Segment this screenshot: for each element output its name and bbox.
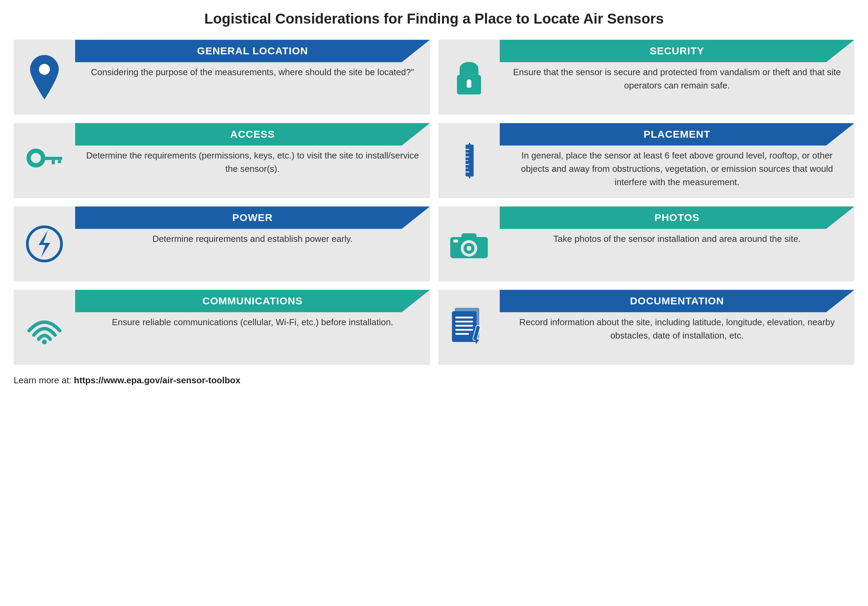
communications-body: Ensure reliable communications (cellular… [75,316,430,329]
photos-body: Take photos of the sensor installation a… [500,232,855,246]
document-icon [448,305,490,349]
svg-rect-32 [455,321,473,322]
security-title: SECURITY [650,45,704,57]
svg-rect-12 [465,157,470,158]
communications-header: COMMUNICATIONS [75,290,430,312]
wifi-icon [26,308,63,346]
documentation-content: DOCUMENTATION Record information about t… [500,290,855,365]
access-title: ACCESS [230,129,275,140]
svg-rect-11 [465,153,468,154]
documentation-body: Record information about the site, inclu… [500,316,855,342]
card-placement: PLACEMENT In general, place the sensor a… [438,123,855,198]
power-icon-area [14,206,75,282]
svg-point-26 [467,246,471,251]
power-content: POWER Determine requirements and establi… [75,206,430,282]
card-documentation: DOCUMENTATION Record information about t… [438,290,855,365]
svg-point-5 [31,153,41,163]
card-access: ACCESS Determine the requirements (permi… [14,123,430,198]
cards-grid: GENERAL LOCATION Considering the purpose… [14,40,854,365]
access-icon-area [14,123,75,198]
lock-icon [450,59,488,96]
svg-rect-15 [465,168,468,169]
access-body: Determine the requirements (permissions,… [75,149,430,175]
communications-content: COMMUNICATIONS Ensure reliable communica… [75,290,430,365]
access-header: ACCESS [75,123,430,146]
general-location-body: Considering the purpose of the measureme… [75,65,430,79]
key-icon [24,138,65,183]
card-power: POWER Determine requirements and establi… [14,206,430,282]
footer-prefix: Learn more at: [14,375,74,385]
power-icon [26,225,63,263]
placement-body: In general, place the sensor at least 6 … [500,149,855,189]
access-content: ACCESS Determine the requirements (permi… [75,123,430,198]
placement-title: PLACEMENT [643,129,710,140]
svg-marker-21 [39,230,50,257]
documentation-header: DOCUMENTATION [500,290,855,312]
svg-rect-13 [465,161,468,161]
photos-title: PHOTOS [654,212,700,223]
general-location-content: GENERAL LOCATION Considering the purpose… [75,40,430,115]
svg-rect-23 [462,233,476,239]
card-photos: PHOTOS Take photos of the sensor install… [438,206,855,282]
power-header: POWER [75,206,430,229]
svg-rect-10 [465,149,470,150]
general-location-icon-area [14,40,75,115]
svg-rect-34 [455,329,473,331]
svg-rect-8 [58,160,61,163]
svg-point-0 [39,64,50,75]
footer-link[interactable]: https://www.epa.gov/air-sensor-toolbox [74,375,240,385]
general-location-header: GENERAL LOCATION [75,40,430,62]
location-pin-icon [24,55,65,99]
footer: Learn more at: https://www.epa.gov/air-s… [14,375,854,386]
svg-rect-33 [455,325,473,327]
svg-rect-31 [455,317,473,318]
security-icon-area [438,40,500,115]
placement-content: PLACEMENT In general, place the sensor a… [500,123,855,198]
ruler-icon [450,142,488,179]
photos-icon-area [438,206,500,282]
card-security: SECURITY Ensure that the sensor is secur… [438,40,855,115]
svg-rect-7 [51,160,55,165]
photos-content: PHOTOS Take photos of the sensor install… [500,206,855,282]
svg-point-3 [467,80,471,84]
svg-rect-6 [43,157,62,160]
security-body: Ensure that the sensor is secure and pro… [500,65,855,92]
svg-rect-35 [455,333,469,335]
svg-rect-27 [453,239,458,243]
photos-header: PHOTOS [500,206,855,229]
svg-point-28 [42,339,47,344]
general-location-title: GENERAL LOCATION [197,45,308,57]
documentation-icon-area [438,290,500,365]
documentation-title: DOCUMENTATION [630,295,724,307]
svg-rect-14 [465,164,470,165]
communications-title: COMMUNICATIONS [203,295,303,307]
card-general-location: GENERAL LOCATION Considering the purpose… [14,40,430,115]
placement-header: PLACEMENT [500,123,855,146]
page-title: Logistical Considerations for Finding a … [14,10,854,27]
communications-icon-area [14,290,75,365]
power-body: Determine requirements and establish pow… [75,232,430,246]
camera-icon [448,222,490,266]
placement-icon-area [438,123,500,198]
card-communications: COMMUNICATIONS Ensure reliable communica… [14,290,430,365]
power-title: POWER [232,212,273,223]
security-header: SECURITY [500,40,855,62]
svg-rect-16 [465,172,470,173]
security-content: SECURITY Ensure that the sensor is secur… [500,40,855,115]
